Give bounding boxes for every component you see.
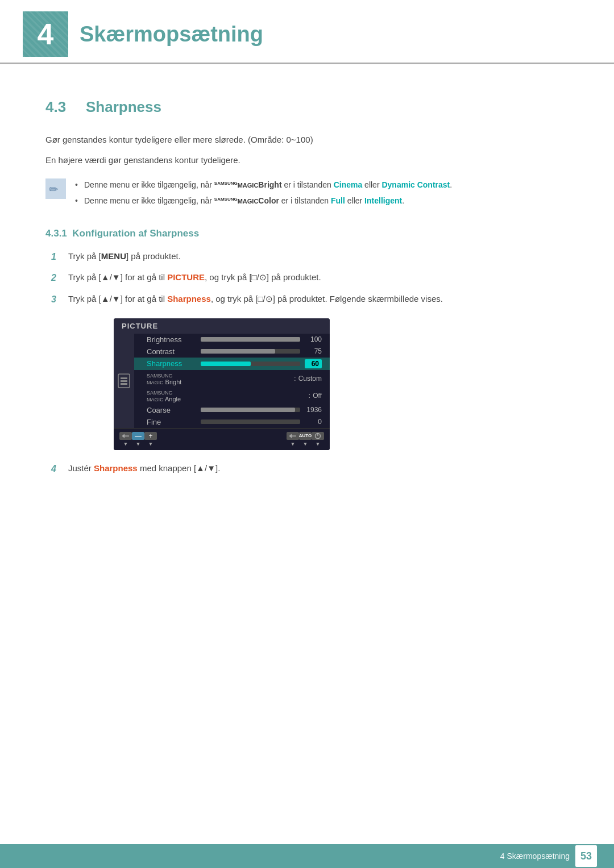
row-label-brightness: Brightness bbox=[142, 335, 196, 344]
row-colon-magic-angle: : bbox=[309, 391, 311, 400]
chapter-header: 4 Skærmopsætning bbox=[0, 0, 614, 64]
row-bar-fine bbox=[201, 420, 300, 424]
svg-text:✏: ✏ bbox=[49, 183, 59, 196]
row-bar-contrast bbox=[201, 349, 300, 354]
row-label-coarse: Coarse bbox=[142, 406, 196, 414]
section-number: 4.3 bbox=[45, 98, 77, 116]
body-text-1: Gør genstandes kontur tydeligere eller m… bbox=[45, 133, 569, 147]
minus-symbol: — bbox=[135, 432, 142, 440]
row-label-fine: Fine bbox=[142, 418, 196, 426]
auto-icon: AUTO bbox=[299, 432, 312, 440]
bottom-btn-auto-label: ▼ bbox=[303, 441, 308, 447]
row-value-coarse: 1936 bbox=[305, 406, 322, 414]
row-label-magic-angle: SAMSUNGMAGIC Angle bbox=[142, 389, 309, 402]
svg-rect-5 bbox=[121, 383, 127, 385]
chapter-title: Skærmopsætning bbox=[80, 22, 263, 47]
row-bar-brightness bbox=[201, 337, 300, 342]
note-item-1: Denne menu er ikke tilgængelig, når SAMS… bbox=[75, 178, 452, 191]
bottom-btn-minus: — ▼ bbox=[132, 432, 144, 447]
monitor-row-fine: Fine 0 bbox=[134, 416, 330, 428]
row-bar-fill-brightness bbox=[201, 337, 300, 342]
monitor-bottom-bar: ▼ — ▼ + ▼ bbox=[114, 428, 330, 450]
note-item-2: Denne menu er ikke tilgængelig, når SAMS… bbox=[75, 194, 452, 207]
power-icon bbox=[312, 432, 324, 440]
footer-page-number: 53 bbox=[575, 845, 597, 867]
monitor-icon-panel bbox=[114, 334, 134, 428]
cinema-text: Cinema bbox=[334, 180, 363, 189]
monitor-row-magic-angle: SAMSUNGMAGIC Angle : Off bbox=[134, 387, 330, 404]
monitor-menu-bar: PICTURE bbox=[114, 318, 330, 334]
enter-icon bbox=[287, 432, 299, 440]
content-area: 4.3 Sharpness Gør genstandes kontur tyde… bbox=[0, 87, 614, 528]
subsection-heading: 4.3.1 Konfiguration af Sharpness bbox=[45, 228, 569, 239]
row-colon-magic-bright: : bbox=[294, 374, 296, 383]
footer-section-label: 4 Skærmopsætning bbox=[500, 852, 570, 861]
sharpness-text-step4: Sharpness bbox=[94, 463, 138, 473]
section-heading: 4.3 Sharpness bbox=[45, 98, 569, 116]
step-4: 4 Justér Sharpness med knappen [▲/▼]. bbox=[51, 462, 569, 476]
page-wrapper: 4 Skærmopsætning 4.3 Sharpness Gør genst… bbox=[0, 0, 614, 528]
plus-symbol: + bbox=[148, 432, 152, 440]
monitor-row-coarse: Coarse 1936 bbox=[134, 404, 330, 416]
row-label-magic-bright: SAMSUNGMAGIC Bright bbox=[142, 372, 294, 385]
monitor-rows-wrapper: Brightness 100 Contrast 75 bbox=[114, 334, 330, 428]
row-bar-fill-sharpness bbox=[201, 362, 250, 366]
sharpness-text-step3: Sharpness bbox=[167, 294, 211, 304]
dynamic-contrast-text: Dynamic Contrast bbox=[381, 180, 450, 189]
row-label-contrast: Contrast bbox=[142, 347, 196, 356]
chapter-number-text: 4 bbox=[38, 17, 54, 51]
monitor-row-magic-bright: SAMSUNGMAGIC Bright : Custom bbox=[134, 370, 330, 387]
row-option-magic-angle: Off bbox=[313, 392, 322, 400]
samsung-magic-bright-label: SAMSUNGMAGIC bbox=[214, 182, 259, 189]
intelligent-text: Intelligent bbox=[364, 196, 402, 205]
monitor-row-brightness: Brightness 100 bbox=[134, 334, 330, 346]
svg-rect-4 bbox=[121, 380, 127, 382]
steps-list: 1 Tryk på [MENU] på produktet. 2 Tryk på… bbox=[51, 250, 569, 307]
bottom-btn-plus-label: ▼ bbox=[148, 441, 154, 447]
picture-text: PICTURE bbox=[167, 272, 205, 282]
samsung-magic-color-label: SAMSUNGMAGIC bbox=[214, 198, 259, 205]
monitor-row-sharpness: Sharpness 60 bbox=[134, 358, 330, 370]
row-value-fine: 0 bbox=[305, 418, 322, 426]
row-label-sharpness: Sharpness bbox=[142, 359, 196, 368]
row-bar-fill-coarse bbox=[201, 408, 295, 412]
row-value-contrast: 75 bbox=[305, 347, 322, 355]
bottom-btn-enter-label: ▼ bbox=[291, 441, 296, 447]
row-value-brightness: 100 bbox=[305, 335, 322, 343]
row-bar-sharpness bbox=[201, 362, 300, 366]
step-1: 1 Tryk på [MENU] på produktet. bbox=[51, 250, 569, 264]
step-4-text: Justér Sharpness med knappen [▲/▼]. bbox=[68, 462, 220, 475]
chapter-number: 4 bbox=[23, 11, 68, 57]
note-box: ✏ Denne menu er ikke tilgængelig, når SA… bbox=[45, 178, 569, 211]
step-3-num: 3 bbox=[51, 292, 63, 307]
svg-rect-3 bbox=[121, 377, 127, 379]
step-2-text: Tryk på [▲/▼] for at gå til PICTURE, og … bbox=[68, 271, 321, 284]
menu-bold: MENU bbox=[101, 251, 126, 261]
monitor-rows-content: Brightness 100 Contrast 75 bbox=[134, 334, 330, 428]
body-text-2: En højere værdi gør genstandens kontur t… bbox=[45, 153, 569, 167]
bottom-btn-plus: + ▼ bbox=[144, 432, 157, 447]
note-icon: ✏ bbox=[45, 178, 66, 199]
monitor-row-contrast: Contrast 75 bbox=[134, 346, 330, 358]
pencil-svg: ✏ bbox=[45, 178, 66, 199]
monitor-icon-svg bbox=[117, 373, 131, 389]
back-icon bbox=[119, 432, 132, 440]
step-1-num: 1 bbox=[51, 250, 63, 264]
row-bar-coarse bbox=[201, 408, 300, 412]
step-2: 2 Tryk på [▲/▼] for at gå til PICTURE, o… bbox=[51, 271, 569, 285]
full-text: Full bbox=[331, 196, 345, 205]
step-3-text: Tryk på [▲/▼] for at gå til Sharpness, o… bbox=[68, 292, 443, 306]
monitor-menu-title: PICTURE bbox=[122, 322, 158, 330]
step-4-num: 4 bbox=[51, 462, 63, 476]
auto-label: AUTO bbox=[299, 433, 312, 438]
steps-list-4: 4 Justér Sharpness med knappen [▲/▼]. bbox=[51, 462, 569, 476]
bottom-btn-enter: ▼ bbox=[287, 432, 299, 447]
row-value-sharpness: 60 bbox=[305, 359, 322, 368]
step-1-text: Tryk på [MENU] på produktet. bbox=[68, 250, 181, 263]
subsection-number: 4.3.1 bbox=[45, 228, 67, 239]
note-list: Denne menu er ikke tilgængelig, når SAMS… bbox=[75, 178, 452, 211]
plus-icon: + bbox=[144, 432, 157, 440]
bottom-btn-back: ▼ bbox=[119, 432, 132, 447]
bottom-btn-auto: AUTO ▼ bbox=[299, 432, 312, 447]
bottom-btn-back-label: ▼ bbox=[123, 441, 128, 447]
